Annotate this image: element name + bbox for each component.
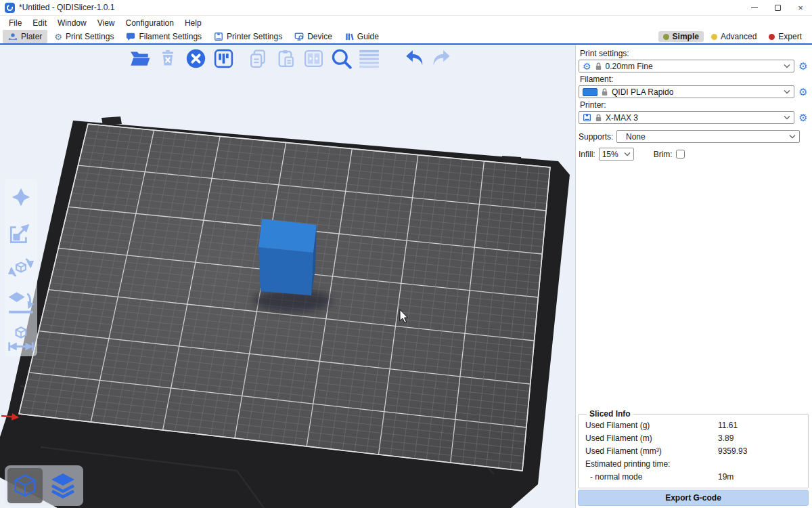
- menu-window[interactable]: Window: [53, 17, 91, 29]
- simple-dot-icon: [663, 34, 669, 40]
- menu-bar: File Edit Window View Configuration Help: [0, 16, 812, 30]
- brim-checkbox[interactable]: [676, 150, 685, 158]
- tab-guide[interactable]: Guide: [339, 30, 384, 43]
- app-icon: [5, 3, 15, 13]
- info-row-estimated-time: Estimated printing time:: [585, 458, 801, 471]
- plater-icon: [8, 32, 18, 41]
- settings-panel: Print settings: ⚙ 0.20mm Fine ⚙ Filament…: [575, 45, 812, 508]
- info-row-filament-mm3: Used Filament (mm³) 9359.93: [585, 445, 801, 458]
- advanced-dot-icon: [711, 34, 717, 40]
- search-icon[interactable]: [330, 47, 353, 70]
- printer-combo[interactable]: X-MAX 3: [579, 111, 794, 124]
- copy-icon[interactable]: [246, 47, 269, 70]
- rotate-icon[interactable]: [7, 253, 35, 282]
- chevron-down-icon: [784, 64, 790, 68]
- preview-layers-icon[interactable]: [45, 468, 81, 503]
- 3d-viewport[interactable]: [0, 45, 575, 508]
- filament-combo[interactable]: QIDI PLA Rapido: [579, 85, 794, 98]
- supports-combo[interactable]: None: [616, 130, 800, 143]
- left-toolbar: [5, 179, 37, 356]
- filament-label: Filament:: [580, 75, 809, 84]
- supports-value: None: [621, 132, 646, 142]
- title-bar: *Untitled - QIDISlicer-1.0.1 ×: [0, 0, 812, 16]
- arrange-icon[interactable]: [212, 47, 235, 70]
- main-area: Print settings: ⚙ 0.20mm Fine ⚙ Filament…: [0, 45, 812, 508]
- window-controls: ×: [743, 0, 812, 15]
- tab-plater[interactable]: Plater: [3, 30, 47, 43]
- filament-icon: [126, 32, 135, 41]
- lock-icon: [595, 114, 602, 122]
- measure-icon[interactable]: [7, 323, 35, 353]
- menu-edit[interactable]: Edit: [28, 17, 51, 29]
- tab-print-settings[interactable]: ⚙ Print Settings: [49, 30, 119, 43]
- expert-dot-icon: [769, 34, 775, 40]
- mode-simple[interactable]: Simple: [658, 31, 704, 42]
- gear-icon: ⚙: [54, 33, 62, 41]
- maximize-icon[interactable]: [766, 0, 789, 15]
- infill-value: 15%: [602, 150, 618, 159]
- printer-icon: [214, 32, 223, 41]
- qidislicer-window: *Untitled - QIDISlicer-1.0.1 × File Edit…: [0, 0, 812, 508]
- close-icon[interactable]: ×: [789, 0, 812, 15]
- scene-canvas[interactable]: [0, 45, 575, 508]
- chevron-down-icon: [784, 89, 790, 94]
- menu-view[interactable]: View: [93, 17, 120, 29]
- menu-configuration[interactable]: Configuration: [121, 17, 179, 29]
- split-view-icon[interactable]: [302, 47, 325, 70]
- brim-label: Brim:: [654, 150, 673, 159]
- sliced-info-panel: Sliced Info Used Filament (g) 11.61 Used…: [578, 409, 809, 488]
- chevron-down-icon: [789, 134, 796, 139]
- tab-printer-settings[interactable]: Printer Settings: [208, 30, 288, 43]
- mode-expert[interactable]: Expert: [764, 31, 807, 42]
- info-row-filament-m: Used Filament (m) 3.89: [585, 432, 801, 445]
- delete-icon[interactable]: [156, 47, 179, 70]
- print-settings-value: 0.20mm Fine: [606, 62, 653, 71]
- paste-icon[interactable]: [274, 47, 297, 70]
- infill-label: Infill:: [579, 150, 595, 159]
- minimize-icon[interactable]: [743, 0, 766, 15]
- window-title: *Untitled - QIDISlicer-1.0.1: [19, 3, 114, 12]
- export-gcode-button[interactable]: Export G-code: [578, 490, 809, 506]
- place-on-face-icon[interactable]: [7, 288, 35, 318]
- menu-help[interactable]: Help: [180, 17, 206, 29]
- lock-icon: [595, 62, 602, 70]
- printer-icon: [583, 113, 591, 122]
- top-toolbar: [129, 47, 453, 70]
- print-settings-combo[interactable]: ⚙ 0.20mm Fine: [579, 60, 794, 72]
- print-settings-label: Print settings:: [580, 49, 809, 58]
- menu-file[interactable]: File: [4, 17, 26, 29]
- view-toggle: [5, 465, 83, 506]
- variable-layer-height-icon[interactable]: [357, 47, 380, 70]
- gear-icon: ⚙: [583, 62, 591, 71]
- tab-bar: Plater ⚙ Print Settings Filament Setting…: [0, 30, 812, 45]
- mode-advanced[interactable]: Advanced: [706, 31, 761, 42]
- chevron-down-icon: [784, 115, 790, 120]
- cube-model[interactable]: [258, 219, 317, 295]
- sliced-info-title: Sliced Info: [587, 409, 633, 419]
- chevron-down-icon: [624, 152, 631, 156]
- move-icon[interactable]: [7, 182, 35, 212]
- tab-filament-settings[interactable]: Filament Settings: [120, 30, 207, 43]
- infill-combo[interactable]: 15%: [599, 148, 634, 161]
- supports-label: Supports:: [579, 132, 614, 142]
- printer-value: X-MAX 3: [606, 113, 638, 123]
- device-icon: [294, 32, 304, 41]
- lock-icon: [602, 88, 608, 96]
- edit-printer-button[interactable]: ⚙: [797, 112, 809, 123]
- filament-color-swatch: [583, 88, 597, 96]
- scale-icon[interactable]: [7, 217, 35, 247]
- guide-icon: [344, 32, 354, 41]
- redo-icon[interactable]: [430, 47, 453, 70]
- info-row-normal-mode: - normal mode 19m: [585, 471, 801, 484]
- info-row-filament-g: Used Filament (g) 11.61: [585, 419, 801, 432]
- delete-all-icon[interactable]: [184, 47, 207, 70]
- filament-value: QIDI PLA Rapido: [612, 87, 673, 97]
- edit-print-settings-button[interactable]: ⚙: [797, 61, 809, 71]
- printer-label: Printer:: [580, 100, 809, 110]
- tab-device[interactable]: Device: [289, 30, 338, 43]
- undo-icon[interactable]: [403, 47, 426, 70]
- edit-filament-button[interactable]: ⚙: [797, 87, 809, 97]
- mode-switcher: Simple Advanced Expert: [658, 31, 809, 42]
- open-file-icon[interactable]: [129, 47, 152, 70]
- 3d-editor-view-icon[interactable]: [7, 468, 43, 503]
